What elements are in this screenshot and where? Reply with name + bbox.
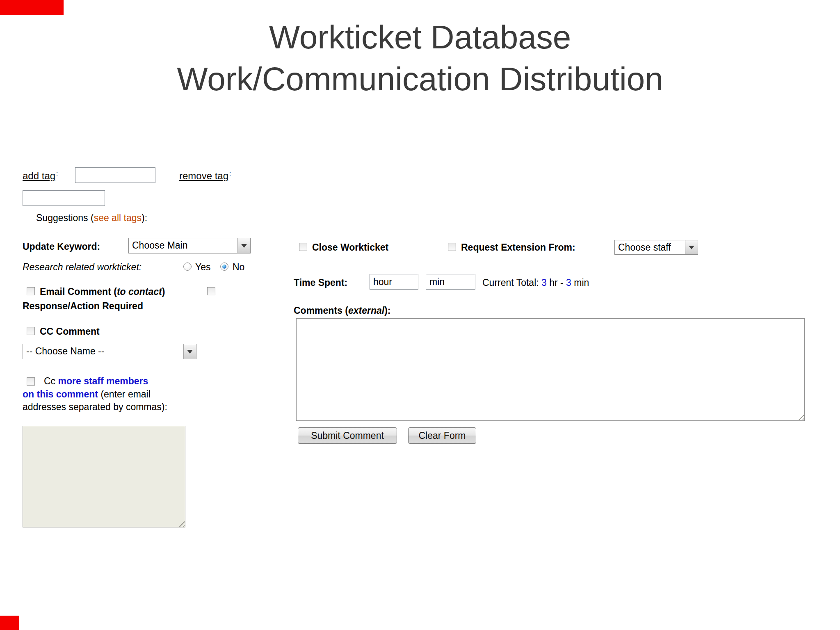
cc-name-select[interactable]: -- Choose Name -- xyxy=(23,344,196,359)
page-title: Workticket Database Work/Communication D… xyxy=(0,16,840,100)
current-total: Current Total: 3 hr - 3 min xyxy=(482,277,589,288)
research-yes-label: Yes xyxy=(195,262,211,273)
comments-label-suffix: ): xyxy=(384,305,390,316)
request-extension-checkbox[interactable] xyxy=(448,243,456,251)
email-comment-label-italic: to contact xyxy=(117,286,162,297)
add-tag-mark: : xyxy=(56,170,58,177)
page-title-line2: Work/Communication Distribution xyxy=(0,58,840,100)
current-total-hours: 3 xyxy=(541,277,547,288)
time-min-input[interactable] xyxy=(426,274,475,290)
suggestions-suffix: ): xyxy=(142,212,147,223)
current-total-minutes: 3 xyxy=(566,277,571,288)
email-comment-checkbox[interactable] xyxy=(27,287,35,295)
suggestions-line: Suggestions (see all tags): xyxy=(36,212,147,224)
response-action-label: Response/Action Required xyxy=(23,301,143,312)
cc-more-checkbox[interactable] xyxy=(27,377,35,386)
time-spent-label: Time Spent: xyxy=(294,277,347,288)
request-extension-value: Choose staff xyxy=(615,240,685,254)
remove-tag-mark: : xyxy=(229,170,231,177)
research-no-label: No xyxy=(233,262,244,273)
email-comment-label: Email Comment (to contact) xyxy=(40,286,165,297)
page-title-line1: Workticket Database xyxy=(0,16,840,58)
cc-more-line1: Cc more staff members xyxy=(44,376,148,387)
current-total-prefix: Current Total: xyxy=(482,277,541,288)
close-workticket-label: Close Workticket xyxy=(312,242,388,253)
add-tag-label: add tag xyxy=(23,170,55,181)
cc-more-line2: on this comment (enter email xyxy=(23,389,151,400)
request-extension-label: Request Extension From: xyxy=(461,242,575,253)
cc-emails-textarea[interactable] xyxy=(23,426,185,527)
dropdown-arrow-icon[interactable] xyxy=(183,344,196,359)
request-extension-select[interactable]: Choose staff xyxy=(614,240,698,255)
research-no-radio[interactable] xyxy=(220,262,228,271)
close-workticket-checkbox[interactable] xyxy=(299,243,307,251)
current-total-min-text: min xyxy=(571,277,589,288)
workticket-form-page: Workticket Database Work/Communication D… xyxy=(0,0,840,630)
cc-comment-label: CC Comment xyxy=(40,326,100,337)
remove-tag-link[interactable]: remove tag: xyxy=(179,170,231,182)
remove-tag-input[interactable] xyxy=(23,190,105,206)
email-comment-label-suffix: ) xyxy=(162,286,165,297)
more-staff-members-link[interactable]: more staff members xyxy=(58,376,148,386)
red-marker-bottom xyxy=(0,616,19,630)
suggestions-prefix: Suggestions ( xyxy=(36,212,94,223)
comments-label-prefix: Comments ( xyxy=(294,305,348,316)
update-keyword-select[interactable]: Choose Main xyxy=(128,238,251,253)
comments-label: Comments (external): xyxy=(294,305,390,316)
comments-textarea[interactable] xyxy=(296,318,805,421)
see-all-tags-link[interactable]: see all tags xyxy=(94,212,142,223)
email-comment-label-prefix: Email Comment ( xyxy=(40,286,117,297)
on-this-comment-link[interactable]: on this comment xyxy=(23,389,98,399)
clear-form-button[interactable]: Clear Form xyxy=(408,427,476,444)
current-total-hr-text: hr - xyxy=(547,277,566,288)
dropdown-arrow-icon[interactable] xyxy=(685,240,698,254)
cc-more-after-link: (enter email xyxy=(98,389,151,399)
update-keyword-value: Choose Main xyxy=(129,238,237,253)
time-hour-input[interactable] xyxy=(370,274,418,290)
add-tag-link[interactable]: add tag: xyxy=(23,170,58,182)
dropdown-arrow-icon[interactable] xyxy=(237,238,250,253)
update-keyword-label: Update Keyword: xyxy=(23,241,100,252)
cc-name-value: -- Choose Name -- xyxy=(23,344,183,359)
red-marker-top xyxy=(0,0,64,15)
submit-comment-button[interactable]: Submit Comment xyxy=(298,427,397,444)
remove-tag-label: remove tag xyxy=(179,170,228,181)
add-tag-input[interactable] xyxy=(75,167,155,183)
cc-more-prefix: Cc xyxy=(44,376,58,386)
cc-more-line3: addresses separated by commas): xyxy=(23,402,167,413)
response-required-checkbox[interactable] xyxy=(207,287,215,295)
research-yes-radio[interactable] xyxy=(183,262,192,271)
cc-comment-checkbox[interactable] xyxy=(27,327,35,335)
comments-label-italic: external xyxy=(348,305,384,316)
research-label: Research related workticket: xyxy=(23,262,142,273)
